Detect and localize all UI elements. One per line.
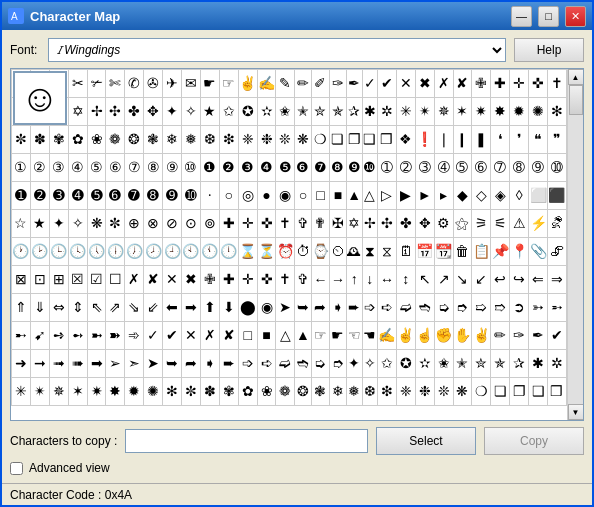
- char-cell[interactable]: ◆: [453, 182, 472, 210]
- char-cell[interactable]: ❉: [415, 378, 434, 406]
- char-cell[interactable]: ➹: [30, 322, 49, 350]
- char-cell[interactable]: ⊡: [30, 266, 49, 294]
- char-cell[interactable]: ❗: [415, 126, 434, 154]
- char-cell[interactable]: ⏱: [295, 238, 311, 266]
- char-cell[interactable]: ➓: [182, 182, 201, 210]
- char-cell[interactable]: ✋: [453, 322, 472, 350]
- char-cell[interactable]: ➦: [182, 350, 201, 378]
- char-cell[interactable]: 🕙: [182, 238, 201, 266]
- char-cell[interactable]: ✲: [377, 98, 396, 126]
- char-cell[interactable]: ✺: [529, 98, 548, 126]
- char-cell[interactable]: ❃: [311, 378, 330, 406]
- char-cell[interactable]: ❆: [362, 378, 377, 406]
- char-cell[interactable]: ✘: [219, 322, 238, 350]
- char-cell[interactable]: ➩: [362, 294, 377, 322]
- char-cell[interactable]: ❃: [144, 126, 163, 154]
- char-cell[interactable]: ❺: [276, 154, 295, 182]
- char-cell[interactable]: ↪: [510, 266, 529, 294]
- char-cell[interactable]: ☑: [87, 266, 106, 294]
- char-cell[interactable]: ➆: [491, 154, 510, 182]
- char-cell[interactable]: 🗓: [396, 238, 415, 266]
- char-cell[interactable]: ②: [30, 154, 49, 182]
- char-cell[interactable]: ❾: [346, 154, 362, 182]
- char-cell[interactable]: ✾: [219, 378, 238, 406]
- char-cell[interactable]: ►: [415, 182, 434, 210]
- char-cell[interactable]: ✹: [125, 378, 144, 406]
- char-cell[interactable]: ✧: [68, 210, 87, 238]
- char-cell[interactable]: ◎: [238, 182, 257, 210]
- char-cell[interactable]: ✷: [472, 98, 491, 126]
- char-cell[interactable]: ✯: [330, 98, 346, 126]
- char-cell[interactable]: ⚟: [491, 210, 510, 238]
- char-cell[interactable]: 🕔: [87, 238, 106, 266]
- char-cell[interactable]: ◉: [276, 182, 295, 210]
- char-cell[interactable]: ✵: [434, 98, 453, 126]
- char-cell[interactable]: △: [362, 182, 377, 210]
- char-cell[interactable]: ✣: [377, 210, 396, 238]
- char-cell[interactable]: ➮: [330, 350, 346, 378]
- char-cell[interactable]: ✂: [68, 70, 87, 98]
- char-cell[interactable]: ☛: [330, 322, 346, 350]
- char-cell[interactable]: ❞: [547, 126, 566, 154]
- char-cell[interactable]: ↓: [362, 266, 377, 294]
- char-cell[interactable]: ☐: [106, 266, 125, 294]
- char-cell[interactable]: ➯: [472, 294, 491, 322]
- char-cell[interactable]: ➦: [311, 294, 330, 322]
- char-cell[interactable]: ✳: [396, 98, 415, 126]
- char-cell[interactable]: ➃: [434, 154, 453, 182]
- char-cell[interactable]: ✖: [182, 266, 201, 294]
- char-cell[interactable]: ✏: [491, 322, 510, 350]
- char-cell[interactable]: ➒: [163, 182, 182, 210]
- char-cell[interactable]: ➣: [125, 350, 144, 378]
- char-cell[interactable]: ▲: [295, 322, 311, 350]
- char-cell[interactable]: ⛐: [547, 210, 566, 238]
- char-cell[interactable]: ✩: [377, 350, 396, 378]
- char-cell[interactable]: ⇙: [144, 294, 163, 322]
- char-cell[interactable]: ✸: [491, 98, 510, 126]
- char-cell[interactable]: ◈: [491, 182, 510, 210]
- char-cell[interactable]: ✠: [330, 210, 346, 238]
- char-cell[interactable]: ❄: [330, 378, 346, 406]
- char-cell[interactable]: ❋: [87, 210, 106, 238]
- char-cell[interactable]: ✢: [362, 210, 377, 238]
- char-cell[interactable]: ✙: [200, 266, 219, 294]
- char-cell[interactable]: ✔: [547, 322, 566, 350]
- char-cell[interactable]: ⊚: [200, 210, 219, 238]
- char-cell[interactable]: ✈: [163, 70, 182, 98]
- char-cell[interactable]: ✧: [362, 350, 377, 378]
- char-cell[interactable]: ⇐: [529, 266, 548, 294]
- char-cell[interactable]: ➪: [377, 294, 396, 322]
- char-cell[interactable]: ❒: [547, 378, 566, 406]
- char-cell[interactable]: ❇: [377, 378, 396, 406]
- char-cell[interactable]: ✮: [311, 98, 330, 126]
- char-cell[interactable]: ➄: [453, 154, 472, 182]
- char-cell[interactable]: ✤: [396, 210, 415, 238]
- char-cell[interactable]: ➇: [510, 154, 529, 182]
- char-cell[interactable]: ➼: [87, 322, 106, 350]
- char-cell[interactable]: ❂: [125, 126, 144, 154]
- char-cell[interactable]: ⊗: [144, 210, 163, 238]
- char-cell[interactable]: ◇: [472, 182, 491, 210]
- char-cell[interactable]: ✼: [182, 378, 201, 406]
- char-cell[interactable]: ❜: [510, 126, 529, 154]
- char-cell[interactable]: ➡: [87, 350, 106, 378]
- char-cell[interactable]: ❛: [491, 126, 510, 154]
- char-cell[interactable]: 📋: [472, 238, 491, 266]
- char-cell[interactable]: ✎: [276, 70, 295, 98]
- char-cell[interactable]: ✴: [415, 98, 434, 126]
- char-cell[interactable]: ➎: [87, 182, 106, 210]
- char-cell[interactable]: ❍: [311, 126, 330, 154]
- char-cell[interactable]: ➁: [396, 154, 415, 182]
- char-cell[interactable]: ⬜: [529, 182, 548, 210]
- char-cell[interactable]: 🕑: [30, 238, 49, 266]
- char-cell[interactable]: ❁: [106, 126, 125, 154]
- char-cell[interactable]: 🕒: [49, 238, 68, 266]
- char-cell[interactable]: ➟: [49, 350, 68, 378]
- char-cell[interactable]: ✻: [163, 378, 182, 406]
- char-cell[interactable]: 🕕: [106, 238, 125, 266]
- char-cell[interactable]: 📆: [434, 238, 453, 266]
- char-cell[interactable]: ✕: [182, 322, 201, 350]
- char-cell[interactable]: ❸: [238, 154, 257, 182]
- maximize-button[interactable]: □: [538, 6, 559, 27]
- char-cell[interactable]: ✛: [510, 70, 529, 98]
